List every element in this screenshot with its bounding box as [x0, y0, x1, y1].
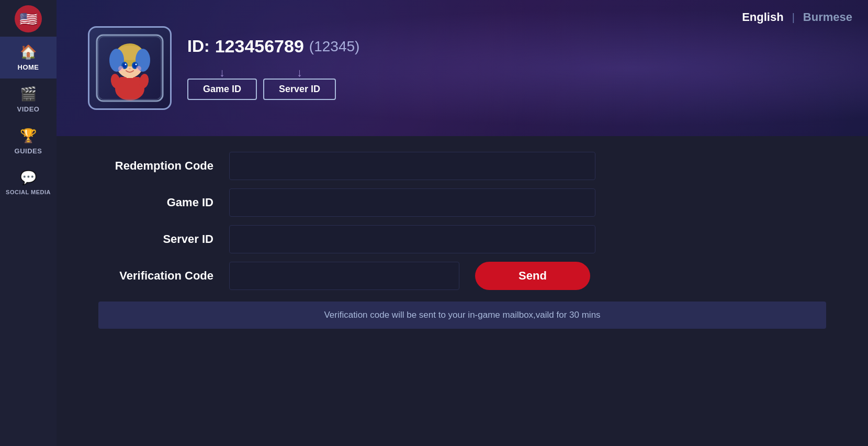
main-content: English | Burmese — [57, 0, 868, 446]
game-id-arrow: ↓ — [219, 67, 225, 79]
game-id-input[interactable] — [229, 188, 595, 217]
redemption-code-label: Redemption Code — [98, 159, 213, 173]
svg-point-16 — [118, 66, 123, 71]
id-row: ID: 123456789 (12345) — [187, 36, 359, 57]
server-id-group: ↓ Server ID — [263, 67, 336, 100]
game-id-group: ↓ Game ID — [187, 67, 257, 100]
guides-icon: 🏆 — [20, 128, 37, 144]
verification-note: Verification code will be sent to your i… — [98, 302, 826, 329]
svg-point-18 — [129, 68, 131, 70]
svg-point-14 — [125, 64, 127, 65]
server-id-display: (12345) — [309, 38, 360, 55]
user-id-section: ID: 123456789 (12345) ↓ Game ID ↓ Server… — [187, 36, 359, 100]
sidebar-item-home-label: HOME — [18, 63, 39, 71]
server-id-arrow: ↓ — [297, 67, 302, 79]
top-banner: English | Burmese — [57, 0, 868, 136]
server-id-row: Server ID — [98, 225, 826, 253]
lang-burmese[interactable]: Burmese — [803, 10, 852, 24]
server-id-input[interactable] — [229, 225, 595, 253]
avatar — [93, 31, 166, 105]
game-id-form-label: Game ID — [98, 196, 213, 209]
svg-rect-1 — [119, 77, 140, 92]
lang-divider: | — [792, 12, 795, 24]
home-icon: 🏠 — [20, 44, 37, 60]
sidebar-item-social-label: SOCIAL MEDIA — [6, 189, 51, 196]
redemption-code-row: Redemption Code — [98, 152, 826, 180]
send-button[interactable]: Send — [475, 262, 590, 290]
flag-icon[interactable]: 🇺🇸 — [15, 5, 42, 32]
svg-point-17 — [136, 66, 141, 71]
verification-code-row: Verification Code Send — [98, 262, 826, 290]
redemption-code-input[interactable] — [229, 152, 595, 180]
language-selector: English | Burmese — [742, 10, 852, 24]
server-id-form-label: Server ID — [98, 232, 213, 246]
sidebar: 🇺🇸 🏠 HOME 🎬 VIDEO 🏆 GUIDES 💬 SOCIAL MEDI… — [0, 0, 57, 446]
user-id-value: 123456789 — [215, 36, 304, 57]
id-buttons-row: ↓ Game ID ↓ Server ID — [187, 67, 359, 100]
sidebar-item-home[interactable]: 🏠 HOME — [0, 37, 57, 79]
user-info-section: ID: 123456789 (12345) ↓ Game ID ↓ Server… — [57, 10, 391, 126]
verification-code-label: Verification Code — [98, 269, 213, 283]
server-id-button[interactable]: Server ID — [263, 79, 336, 100]
social-media-icon: 💬 — [20, 170, 37, 186]
sidebar-item-social-media[interactable]: 💬 SOCIAL MEDIA — [0, 162, 57, 203]
svg-point-15 — [136, 64, 137, 65]
character-svg — [96, 34, 164, 102]
form-area: Redemption Code Game ID Server ID Verifi… — [57, 136, 868, 446]
sidebar-item-guides[interactable]: 🏆 GUIDES — [0, 120, 57, 162]
lang-english[interactable]: English — [742, 10, 783, 24]
game-id-button[interactable]: Game ID — [187, 79, 257, 100]
game-id-row: Game ID — [98, 188, 826, 217]
sidebar-item-video[interactable]: 🎬 VIDEO — [0, 79, 57, 120]
avatar-frame — [88, 26, 172, 110]
sidebar-item-guides-label: GUIDES — [15, 147, 42, 155]
sidebar-item-video-label: VIDEO — [17, 105, 40, 113]
video-icon: 🎬 — [20, 86, 37, 102]
verification-code-input[interactable] — [229, 262, 459, 290]
id-label: ID: — [187, 37, 210, 56]
